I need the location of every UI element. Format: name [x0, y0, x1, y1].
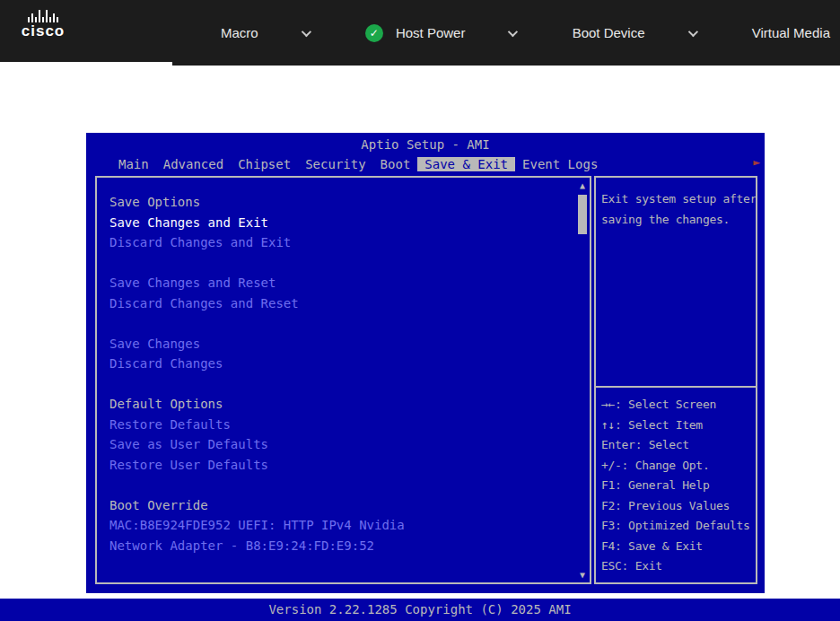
bios-option[interactable]: Save Changes and Reset — [109, 273, 572, 293]
key-hint: +/-: Change Opt. — [601, 456, 754, 477]
key-hint: F2: Previous Values — [601, 496, 754, 517]
key-hint: ↑↓: Select Item — [601, 415, 754, 436]
bios-tab-save-exit[interactable]: Save & Exit — [417, 157, 515, 171]
active-tab-indicator — [0, 62, 172, 66]
bios-tab-event-logs[interactable]: Event Logs — [515, 157, 605, 171]
scroll-down-icon[interactable]: ▼ — [577, 569, 588, 582]
bios-tab-advanced[interactable]: Advanced — [156, 157, 231, 171]
section-heading: Boot Override — [109, 495, 572, 516]
key-hint: F3: Optimized Defaults — [601, 516, 754, 537]
bios-option[interactable]: Save Changes — [109, 334, 572, 354]
blank-line — [109, 475, 572, 495]
key-hint: F1: General Help — [601, 476, 754, 496]
bios-option[interactable]: Discard Changes and Reset — [109, 293, 572, 314]
menu-host-power-label: Host Power — [396, 25, 466, 40]
help-description: Exit system setup after saving the chang… — [596, 178, 756, 388]
section-heading: Save Options — [109, 192, 572, 213]
blank-line — [109, 374, 572, 395]
chevron-down-icon — [687, 26, 697, 36]
cisco-logo: cisco — [16, 9, 70, 40]
key-hint: →←: Select Screen — [601, 395, 754, 415]
bios-tab-security[interactable]: Security — [298, 157, 372, 171]
scrollbar-thumb[interactable] — [578, 195, 587, 234]
blank-line — [109, 313, 572, 334]
power-status-ok-icon: ✓ — [365, 24, 383, 42]
section-heading: Default Options — [109, 394, 572, 415]
bios-options-list: Save Options Save Changes and Exit Disca… — [97, 178, 590, 555]
chevron-down-icon — [508, 26, 518, 36]
scroll-up-icon[interactable]: ▲ — [577, 179, 588, 193]
bios-title: Aptio Setup - AMI — [86, 133, 765, 152]
key-hint: ESC: Exit — [601, 556, 754, 577]
bios-option[interactable]: Save as User Defaults — [109, 434, 572, 455]
bios-tab-boot[interactable]: Boot — [373, 157, 418, 171]
bios-tab-main[interactable]: Main — [111, 157, 156, 171]
bios-setup-panel: Aptio Setup - AMI Main Advanced Chipset … — [86, 133, 765, 593]
help-description-line: Exit system setup after — [601, 189, 752, 210]
menu-boot-device[interactable]: Boot Device — [573, 25, 696, 40]
menu-boot-device-label: Boot Device — [573, 25, 645, 40]
bios-option[interactable]: Restore User Defaults — [109, 455, 572, 476]
bios-option-selected[interactable]: Save Changes and Exit — [109, 213, 572, 233]
help-description-line: saving the changes. — [601, 210, 752, 231]
console-menu-bar: Macro ✓ Host Power Boot Device Virtual M… — [221, 0, 830, 66]
chevron-down-icon — [301, 26, 311, 36]
bios-option[interactable]: MAC:B8E924FDE952 UEFI: HTTP IPv4 Nvidia — [109, 515, 572, 536]
menu-virtual-media[interactable]: Virtual Media — [752, 25, 830, 40]
bios-help-pane: Exit system setup after saving the chang… — [594, 176, 757, 584]
bios-options-pane: Save Options Save Changes and Exit Disca… — [95, 176, 591, 584]
menu-virtual-media-label: Virtual Media — [752, 25, 830, 40]
options-scrollbar[interactable]: ▲ ▼ — [577, 179, 588, 582]
bios-option[interactable]: Discard Changes and Exit — [109, 232, 572, 253]
cisco-logo-bars-icon — [16, 9, 70, 22]
tab-overflow-right-icon[interactable]: ► — [753, 155, 760, 169]
bios-option[interactable]: Network Adapter - B8:E9:24:FD:E9:52 — [109, 536, 572, 556]
key-hint: Enter: Select — [601, 435, 754, 456]
blank-line — [109, 253, 572, 274]
bios-option[interactable]: Restore Defaults — [109, 415, 572, 435]
bios-tab-chipset[interactable]: Chipset — [231, 157, 298, 171]
kvm-console-screen: cisco Macro ✓ Host Power Boot Device Vir… — [0, 0, 840, 621]
menu-macro-label: Macro — [221, 25, 258, 40]
cisco-wordmark: cisco — [16, 22, 70, 40]
key-hints: →←: Select Screen ↑↓: Select Item Enter:… — [596, 388, 756, 577]
bios-option[interactable]: Discard Changes — [109, 354, 572, 374]
bios-version-bar: Version 2.22.1285 Copyright (C) 2025 AMI — [0, 599, 840, 621]
bios-tab-bar: Main Advanced Chipset Security Boot Save… — [86, 155, 765, 172]
key-hint: F4: Save & Exit — [601, 537, 754, 557]
menu-macro[interactable]: Macro — [221, 25, 309, 40]
console-header: cisco Macro ✓ Host Power Boot Device Vir… — [0, 0, 840, 66]
menu-host-power[interactable]: ✓ Host Power — [365, 24, 516, 42]
check-icon: ✓ — [370, 27, 379, 39]
